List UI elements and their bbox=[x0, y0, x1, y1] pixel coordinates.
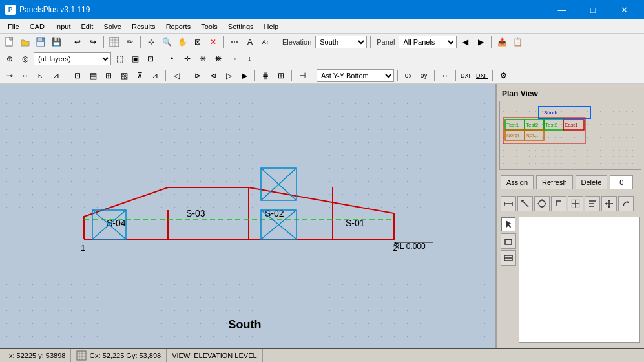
rp-icon6[interactable] bbox=[585, 196, 600, 211]
svg-rect-4 bbox=[110, 37, 119, 47]
rp-horiz-btn[interactable] bbox=[501, 250, 516, 266]
refresh-button[interactable]: Refresh bbox=[536, 175, 573, 189]
plan-view-canvas[interactable] bbox=[499, 101, 641, 170]
sigma-y-btn[interactable]: σy bbox=[417, 69, 431, 83]
t3-btn18[interactable]: ⊣ bbox=[295, 69, 309, 83]
save-all-button[interactable]: 💾 bbox=[49, 35, 63, 49]
arrow-right-btn[interactable]: → bbox=[227, 52, 241, 66]
grid-button[interactable] bbox=[107, 35, 121, 49]
menu-input[interactable]: Input bbox=[50, 21, 76, 32]
t3-scale[interactable]: ▤ bbox=[86, 69, 100, 83]
panel-number-input[interactable] bbox=[610, 175, 633, 189]
new-button[interactable] bbox=[3, 35, 17, 49]
close-button[interactable]: ✕ bbox=[609, 0, 639, 19]
menu-results[interactable]: Results bbox=[127, 21, 161, 32]
snap-off-button[interactable]: ◎ bbox=[18, 52, 32, 66]
menu-tools[interactable]: Tools bbox=[196, 21, 223, 32]
star2-button[interactable]: ❋ bbox=[211, 52, 225, 66]
sep-t3-5 bbox=[291, 70, 292, 81]
t3-btn8[interactable]: ▧ bbox=[117, 69, 131, 83]
t3-grid2[interactable]: ⊞ bbox=[274, 69, 288, 83]
rp-icon7[interactable] bbox=[601, 196, 617, 211]
snap-on-button[interactable]: ⊕ bbox=[3, 52, 17, 66]
point-button[interactable]: • bbox=[165, 52, 179, 66]
settings-btn[interactable]: ⚙ bbox=[496, 69, 510, 83]
menu-file[interactable]: File bbox=[3, 21, 25, 32]
rp-cursor-btn[interactable] bbox=[501, 217, 516, 232]
t3-btn11[interactable]: ◁ bbox=[169, 69, 183, 83]
layers-btn1[interactable]: ⬚ bbox=[112, 52, 127, 66]
t3-btn15[interactable]: ▶ bbox=[237, 69, 251, 83]
panel-prev-button[interactable]: ◀ bbox=[458, 35, 472, 49]
layers-btn2[interactable]: ▣ bbox=[128, 52, 142, 66]
layers-btn3[interactable]: ⊡ bbox=[143, 52, 158, 66]
text-button[interactable]: A bbox=[243, 35, 257, 49]
snap-button[interactable]: ⋯ bbox=[227, 35, 242, 49]
rp-box-btn[interactable] bbox=[501, 233, 516, 249]
separator1 bbox=[67, 36, 67, 48]
menu-solve[interactable]: Solve bbox=[98, 21, 127, 32]
t3-btn7[interactable]: ⊞ bbox=[101, 69, 116, 83]
grid-status-icon bbox=[76, 350, 87, 361]
dxf2-btn[interactable]: DXF bbox=[475, 69, 489, 83]
t3-mirror[interactable]: ⊡ bbox=[70, 69, 85, 83]
layers-select[interactable]: (all layers) bbox=[34, 52, 111, 65]
t3-btn1[interactable]: ⊸ bbox=[3, 69, 17, 83]
panel-next-button[interactable]: ▶ bbox=[473, 35, 488, 49]
delete-button[interactable]: ✕ bbox=[206, 35, 220, 49]
ast-select[interactable]: Ast Y-Y Bottom Ast Y-Y Top Ast X-X Botto… bbox=[317, 69, 394, 82]
menu-reports[interactable]: Reports bbox=[161, 21, 196, 32]
rp-icon5[interactable] bbox=[568, 196, 583, 211]
assign-button[interactable]: Assign bbox=[501, 175, 534, 189]
dxf-btn[interactable]: DXF bbox=[459, 69, 473, 83]
draw-button[interactable]: ✏ bbox=[123, 35, 137, 49]
menu-cad[interactable]: CAD bbox=[25, 21, 50, 32]
t3-btn14[interactable]: ▷ bbox=[222, 69, 236, 83]
rp-icon4[interactable] bbox=[551, 196, 566, 211]
plan-view-title: Plan View bbox=[499, 87, 641, 101]
canvas-area[interactable] bbox=[0, 84, 495, 348]
rp-icon8[interactable] bbox=[618, 196, 634, 211]
svg-point-15 bbox=[539, 200, 545, 207]
cross-button[interactable]: ✛ bbox=[180, 52, 194, 66]
undo-button[interactable]: ↩ bbox=[70, 35, 85, 49]
zoom-button[interactable]: 🔍 bbox=[160, 35, 174, 49]
export-button[interactable]: 📤 bbox=[495, 35, 509, 49]
t3-btn13[interactable]: ⊲ bbox=[206, 69, 220, 83]
sep-t3-9 bbox=[455, 70, 456, 81]
pan-button[interactable]: ✋ bbox=[175, 35, 189, 49]
delete-button[interactable]: Delete bbox=[576, 175, 608, 189]
panel-select[interactable]: All Panels bbox=[399, 36, 457, 48]
zoom-extents-button[interactable]: ⊠ bbox=[191, 35, 205, 49]
sep-t3-4 bbox=[254, 70, 255, 81]
elevation-select[interactable]: South North East West bbox=[315, 36, 367, 48]
sigma-x-btn[interactable]: σx bbox=[401, 69, 415, 83]
menu-edit[interactable]: Edit bbox=[76, 21, 98, 32]
menu-settings[interactable]: Settings bbox=[223, 21, 259, 32]
menu-help[interactable]: Help bbox=[259, 21, 284, 32]
save-button[interactable] bbox=[34, 35, 48, 49]
rp-icon1[interactable] bbox=[501, 196, 516, 211]
dimension-btn[interactable]: ↔ bbox=[438, 69, 452, 83]
t3-btn12[interactable]: ⊳ bbox=[191, 69, 205, 83]
rp-icon3[interactable] bbox=[534, 196, 550, 211]
redo-button[interactable]: ↪ bbox=[86, 35, 100, 49]
t3-grid1[interactable]: ⋕ bbox=[258, 69, 273, 83]
t3-btn2[interactable]: ↔ bbox=[18, 69, 32, 83]
select-button[interactable]: ⊹ bbox=[144, 35, 158, 49]
t3-ortho[interactable]: ⊾ bbox=[34, 69, 48, 83]
open-button[interactable] bbox=[18, 35, 32, 49]
menu-bar: File CAD Input Edit Solve Results Report… bbox=[0, 19, 644, 34]
export2-button[interactable]: 📋 bbox=[510, 35, 525, 49]
t3-btn10[interactable]: ⊿ bbox=[148, 69, 162, 83]
t3-btn4[interactable]: ⊿ bbox=[49, 69, 63, 83]
star-button[interactable]: ✳ bbox=[196, 52, 210, 66]
maximize-button[interactable]: □ bbox=[578, 0, 608, 19]
app-icon: P bbox=[5, 5, 16, 15]
rp-icon2[interactable] bbox=[517, 196, 533, 211]
t3-btn9[interactable]: ⊼ bbox=[132, 69, 147, 83]
arrow2-btn[interactable]: ↕ bbox=[242, 52, 256, 66]
text2-button[interactable]: A↑ bbox=[258, 35, 273, 49]
minimize-button[interactable]: — bbox=[547, 0, 577, 19]
drawing-canvas[interactable] bbox=[0, 84, 495, 348]
